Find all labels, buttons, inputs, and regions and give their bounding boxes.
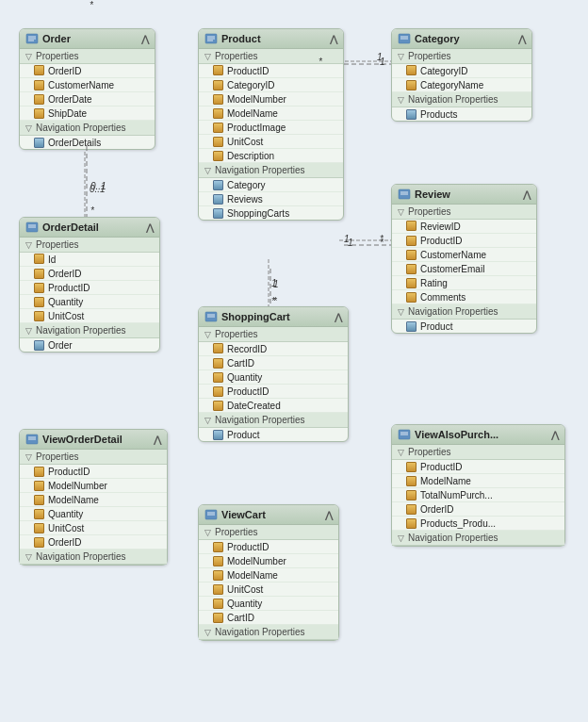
entity-category-collapse[interactable]: ⋀: [518, 34, 526, 44]
prop-order-customername: CustomerName: [20, 78, 155, 92]
entity-order-collapse[interactable]: ⋀: [141, 34, 149, 44]
entity-review-icon: [398, 188, 411, 201]
prop-vieworderdetail-orderid: OrderID: [20, 535, 167, 550]
prop-orderdetail-orderid: OrderID: [20, 267, 159, 281]
entity-category-header[interactable]: Category ⋀: [392, 29, 531, 49]
mult-star-1: *: [90, 205, 94, 216]
entity-orderdetail: OrderDetail ⋀ ▽ Properties Id OrderID Pr…: [19, 217, 160, 353]
entity-order-props-header[interactable]: ▽ Properties: [20, 49, 155, 64]
prop-viewcart-modelnumber: ModelNumber: [199, 554, 338, 568]
entity-vieworderdetail-collapse[interactable]: ⋀: [154, 435, 161, 445]
prop-product-reviews: Reviews: [199, 192, 343, 206]
entity-vieworderdetail-nav-header[interactable]: ▽ Navigation Properties: [20, 550, 167, 565]
entity-orderdetail-header[interactable]: OrderDetail ⋀: [20, 218, 159, 238]
entity-viewalsopurch-icon: [398, 428, 411, 441]
entity-orderdetail-nav-header[interactable]: ▽ Navigation Properties: [20, 323, 159, 338]
entity-viewcart-collapse[interactable]: ⋀: [325, 510, 333, 520]
prop-product-categoryid: CategoryID: [199, 78, 343, 92]
entity-vieworderdetail-icon: [25, 433, 39, 446]
prop-shoppingcart-quantity: Quantity: [199, 370, 348, 385]
prop-shoppingcart-product: Product: [199, 428, 348, 441]
prop-vieworderdetail-quantity: Quantity: [20, 507, 167, 521]
prop-viewalsopurch-productsprodu: Products_Produ...: [392, 517, 564, 531]
prop-viewalsopurch-productid: ProductID: [392, 460, 564, 474]
entity-viewcart-props-header[interactable]: ▽ Properties: [199, 525, 338, 540]
entity-category-title: Category: [415, 33, 460, 44]
entity-viewalsopurch-props-header[interactable]: ▽ Properties: [392, 445, 564, 460]
entity-vieworderdetail-title: ViewOrderDetail: [42, 434, 122, 445]
prop-order-orderdetails: OrderDetails: [20, 136, 155, 149]
prop-product-unitcost: UnitCost: [199, 135, 343, 149]
prop-shoppingcart-productid: ProductID: [199, 385, 348, 399]
entity-category-icon: [398, 32, 411, 45]
prop-viewcart-unitcost: UnitCost: [199, 583, 338, 597]
entity-shoppingcart-nav-header[interactable]: ▽ Navigation Properties: [199, 413, 348, 428]
entity-review-nav-header[interactable]: ▽ Navigation Properties: [392, 304, 536, 320]
entity-product-nav-header[interactable]: ▽ Navigation Properties: [199, 163, 343, 178]
prop-product-category: Category: [199, 178, 343, 192]
diagram: * 1 1 * 0..1 * 1 * Order ⋀ ▽ Properties: [0, 0, 588, 722]
entity-product-icon: [204, 32, 218, 45]
prop-orderdetail-id: Id: [20, 253, 159, 267]
entity-shoppingcart-icon: [204, 310, 218, 323]
prop-review-product: Product: [392, 320, 536, 333]
entity-shoppingcart-props-header[interactable]: ▽ Properties: [199, 327, 348, 342]
mult-order-orderdetail-bot: *: [90, 0, 93, 10]
entity-viewcart-nav-header[interactable]: ▽ Navigation Properties: [199, 625, 338, 640]
prop-review-customeremail: CustomerEmail: [392, 262, 536, 276]
entity-order-icon: [25, 32, 39, 45]
prop-viewcart-modelname: ModelName: [199, 568, 338, 583]
entity-viewcart-icon: [204, 508, 218, 521]
entity-review-collapse[interactable]: ⋀: [523, 189, 531, 200]
mult-01: 0..1: [90, 181, 106, 191]
prop-review-productid: ProductID: [392, 234, 536, 248]
entity-viewalsopurch-header[interactable]: ViewAlsoPurch... ⋀: [392, 425, 564, 445]
prop-product-modelname: ModelName: [199, 107, 343, 121]
prop-shoppingcart-datecreated: DateCreated: [199, 399, 348, 413]
entity-vieworderdetail-header[interactable]: ViewOrderDetail ⋀: [20, 430, 167, 450]
entity-product-title: Product: [221, 33, 261, 44]
prop-vieworderdetail-modelnumber: ModelNumber: [20, 479, 167, 493]
entity-shoppingcart-title: ShoppingCart: [221, 311, 290, 322]
prop-review-rating: Rating: [392, 276, 536, 290]
entity-viewcart-header[interactable]: ViewCart ⋀: [199, 505, 338, 525]
prop-product-shoppingcarts: ShoppingCarts: [199, 206, 343, 220]
mult-star-2: *: [318, 57, 322, 67]
entity-viewalsopurch-collapse[interactable]: ⋀: [551, 430, 559, 440]
prop-review-comments: Comments: [392, 290, 536, 304]
prop-category-categoryid: CategoryID: [392, 64, 531, 78]
prop-product-productimage: ProductImage: [199, 121, 343, 135]
prop-shoppingcart-recordid: RecordID: [199, 342, 348, 356]
prop-vieworderdetail-modelname: ModelName: [20, 493, 167, 507]
entity-review-header[interactable]: Review ⋀: [392, 185, 536, 205]
entity-category-props-header[interactable]: ▽ Properties: [392, 49, 531, 64]
entity-order: Order ⋀ ▽ Properties OrderID CustomerNam…: [19, 28, 155, 150]
entity-orderdetail-icon: [25, 221, 39, 234]
mult-star-3: *: [380, 238, 384, 248]
entity-review-title: Review: [415, 189, 450, 200]
entity-product-collapse[interactable]: ⋀: [330, 34, 337, 44]
entity-review: Review ⋀ ▽ Properties ReviewID ProductID…: [391, 184, 537, 334]
prop-viewalsopurch-orderid: OrderID: [392, 502, 564, 517]
entity-viewalsopurch-nav-header[interactable]: ▽ Navigation Properties: [392, 531, 564, 546]
prop-order-orderid: OrderID: [20, 64, 155, 78]
entity-review-props-header[interactable]: ▽ Properties: [392, 205, 536, 220]
mult-1-rev: 1: [348, 238, 353, 248]
entity-orderdetail-props-header[interactable]: ▽ Properties: [20, 238, 159, 253]
mult-1-cat: 1: [380, 57, 385, 67]
entity-order-title: Order: [42, 33, 71, 44]
entity-vieworderdetail: ViewOrderDetail ⋀ ▽ Properties ProductID…: [19, 429, 168, 566]
entity-category-nav-header[interactable]: ▽ Navigation Properties: [392, 92, 531, 107]
entity-product-header[interactable]: Product ⋀: [199, 29, 343, 49]
prop-viewcart-quantity: Quantity: [199, 597, 338, 611]
entity-order-nav-header[interactable]: ▽ Navigation Properties: [20, 121, 155, 136]
prop-review-reviewid: ReviewID: [392, 220, 536, 234]
entity-shoppingcart-collapse[interactable]: ⋀: [335, 312, 342, 322]
prop-viewalsopurch-modelname: ModelName: [392, 474, 564, 488]
prop-orderdetail-productid: ProductID: [20, 281, 159, 295]
entity-order-header[interactable]: Order ⋀: [20, 29, 155, 49]
entity-shoppingcart-header[interactable]: ShoppingCart ⋀: [199, 307, 348, 327]
entity-vieworderdetail-props-header[interactable]: ▽ Properties: [20, 450, 167, 465]
entity-orderdetail-collapse[interactable]: ⋀: [146, 222, 154, 233]
prop-shoppingcart-cartid: CartID: [199, 356, 348, 370]
